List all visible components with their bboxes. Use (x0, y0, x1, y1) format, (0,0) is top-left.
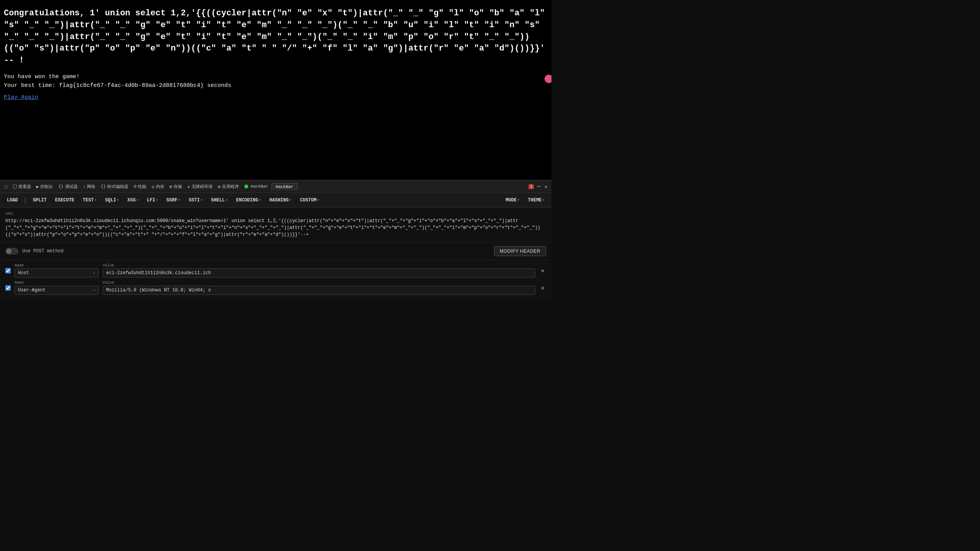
win-message: You have won the game! (4, 74, 548, 80)
encoding-dropdown-arrow: ▾ (259, 198, 261, 202)
header-2-checkbox[interactable] (5, 285, 11, 291)
hashing-dropdown-arrow: ▾ (290, 198, 291, 202)
url-label: URL (5, 211, 546, 216)
theme-dropdown-arrow: ▾ (543, 198, 545, 202)
shell-dropdown-arrow: ▾ (226, 198, 227, 202)
congratulations-text: Congratulations, 1' union select 1,2,'{{… (4, 8, 548, 67)
hackbar-lfi-button[interactable]: LFI ▾ (143, 196, 162, 204)
post-method-row: Use POST method MODIFY HEADER (0, 242, 551, 260)
tab-memory[interactable]: ◎ 内存 (149, 183, 167, 191)
header-1-name-col: Name Host ▾ (15, 263, 99, 278)
hackbar-custom-button[interactable]: CUSTOM ▾ (296, 196, 323, 204)
hackbar-ssti-button[interactable]: SSTI ▾ (185, 196, 206, 204)
tab-hackbar-active[interactable]: HackBar (272, 183, 298, 190)
header-1-value-col: Value eci-2zefw3uhdtlh1i2n0s3k.cloudeci1… (103, 263, 535, 278)
hackbar-shell-button[interactable]: SHELL ▾ (207, 196, 231, 204)
hackbar-theme-button[interactable]: THEME ▾ (524, 196, 548, 204)
header-2-delete-icon[interactable]: ✕ (539, 284, 546, 292)
header-1-value-text: eci-2zefw3uhdtlh1i2n0s3k.cloudeci1.ich (106, 270, 211, 276)
header-1-checkbox[interactable] (5, 268, 11, 273)
header-row-1: Name Host ▾ Value eci-2zefw3uhdtlh1i2n0s… (5, 263, 546, 278)
hackbar-separator: | (23, 196, 28, 204)
header-2-value-col: Value Mozilla/5.0 (Windows NT 10.0; Win6… (103, 281, 535, 295)
custom-dropdown-arrow: ▾ (317, 198, 319, 202)
tab-style[interactable]: {} 样式编辑器 (98, 183, 131, 191)
hackbar-encoding-button[interactable]: ENCODING ▾ (232, 196, 265, 204)
header-row-2: Name User-Agent ▾ Value Mozilla/5.0 (Win… (5, 281, 546, 295)
xss-dropdown-arrow: ▾ (136, 198, 138, 202)
header-1-value-input[interactable]: eci-2zefw3uhdtlh1i2n0s3k.cloudeci1.ich (103, 268, 535, 278)
devtools-inspector-icon[interactable]: ⬚ (2, 182, 10, 191)
error-badge: 1 (528, 184, 534, 189)
mode-dropdown-arrow: ▾ (517, 198, 519, 202)
test-dropdown-arrow: ▾ (95, 198, 97, 202)
post-method-toggle[interactable] (5, 248, 18, 255)
header-1-name-label: Name (15, 263, 99, 268)
header-2-name-input[interactable]: User-Agent ▾ (15, 286, 99, 295)
hackbar-hashing-button[interactable]: HASHING ▾ (266, 196, 296, 204)
header-1-name-value: Host (18, 270, 29, 276)
tab-performance[interactable]: Ω 性能 (131, 183, 149, 191)
hackbar-split-button[interactable]: SPLIT (29, 196, 51, 204)
tab-network[interactable]: ↕ 网络 (81, 183, 98, 191)
hackbar-sqli-button[interactable]: SQLI ▾ (101, 196, 123, 204)
header-1-dropdown-arrow: ▾ (93, 271, 95, 275)
tab-console[interactable]: ▶ 控制台 (34, 183, 56, 191)
header-2-name-col: Name User-Agent ▾ (15, 281, 99, 295)
url-area: URL http://eci-2zefw3uhdtlh1i2n0s3k.clou… (0, 208, 551, 242)
header-1-value-label: Value (103, 263, 535, 268)
lfi-dropdown-arrow: ▾ (156, 198, 158, 202)
tab-hackbar-inactive[interactable]: HackBar (242, 183, 271, 190)
header-2-value-text: Mozilla/5.0 (Windows NT 10.0; Win64; x (106, 288, 211, 293)
pink-circle (545, 75, 551, 83)
header-2-name-label: Name (15, 281, 99, 285)
header-2-dropdown-arrow: ▾ (93, 288, 95, 293)
post-method-label: Use POST method (22, 249, 64, 254)
headers-area: Name Host ▾ Value eci-2zefw3uhdtlh1i2n0s… (0, 260, 551, 301)
header-2-name-value: User-Agent (18, 288, 46, 293)
hackbar-mode-button[interactable]: MODE ▾ (502, 196, 523, 204)
tab-debugger[interactable]: {} 调试器 (56, 183, 80, 191)
ssti-dropdown-arrow: ▾ (201, 198, 203, 202)
close-devtools-icon[interactable]: ✕ (543, 183, 549, 190)
tab-inspector[interactable]: 查看器 (11, 183, 33, 191)
hackbar-load-button[interactable]: LOAD (3, 196, 22, 204)
toggle-knob (6, 249, 11, 254)
more-options-icon[interactable]: ⋯ (535, 183, 542, 190)
devtools-toolbar: ⬚ 查看器 ▶ 控制台 {} 调试器 ↕ 网络 {} 样式编辑器 Ω 性能 ◎ … (0, 180, 551, 193)
ssrf-dropdown-arrow: ▾ (178, 198, 180, 202)
modify-header-button[interactable]: MODIFY HEADER (494, 246, 546, 256)
header-1-delete-icon[interactable]: ✕ (539, 267, 546, 275)
sqli-dropdown-arrow: ▾ (117, 198, 119, 202)
hackbar-toolbar: LOAD | SPLIT EXECUTE TEST ▾ SQLI ▾ XSS ▾… (0, 193, 551, 208)
hackbar-xss-button[interactable]: XSS ▾ (124, 196, 142, 204)
hackbar-execute-button[interactable]: EXECUTE (51, 196, 78, 204)
header-2-value-input[interactable]: Mozilla/5.0 (Windows NT 10.0; Win64; x (103, 286, 535, 295)
main-content: Congratulations, 1' union select 1,2,'{{… (0, 0, 551, 180)
tab-application[interactable]: ⊞ 应用程序 (216, 183, 241, 191)
hackbar-ssrf-button[interactable]: SSRF ▾ (163, 196, 184, 204)
best-time: Your best time: flag{1c8cfe67-f4ac-4d0b-… (4, 82, 548, 89)
tab-accessibility[interactable]: ★ 无障碍环境 (185, 183, 215, 191)
play-again-link[interactable]: Play Again (4, 94, 38, 101)
url-content[interactable]: http://eci-2zefw3uhdtlh1i2n0s3k.cloudeci… (5, 217, 546, 238)
hackbar-test-button[interactable]: TEST ▾ (79, 196, 100, 204)
header-2-value-label: Value (103, 281, 535, 285)
tab-storage[interactable]: ⊞ 存储 (167, 183, 185, 191)
header-1-name-input[interactable]: Host ▾ (15, 268, 99, 278)
